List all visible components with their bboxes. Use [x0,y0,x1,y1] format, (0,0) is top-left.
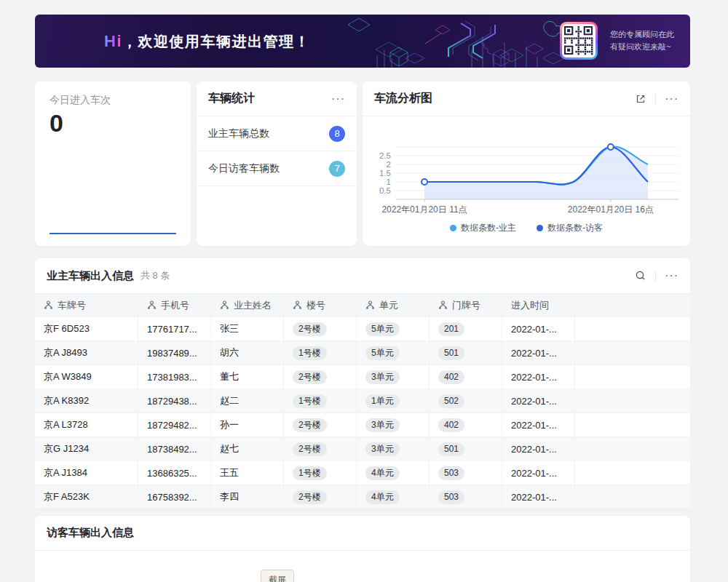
cell-unit[interactable]: 3单元 [357,437,430,461]
cell-phone[interactable]: 18729482... [138,413,211,437]
cell-time[interactable]: 2022-01-... [502,413,575,437]
cell-time[interactable]: 2022-01-... [502,437,575,461]
column-header[interactable]: 门牌号 [430,293,502,317]
cell-unit[interactable]: 3单元 [357,413,430,437]
field-type-icon [147,300,157,310]
table-row[interactable]: 京G J123418738492...赵七2号楼3单元5012022-01-..… [35,437,690,461]
column-header[interactable]: 进入时间 [502,293,575,317]
cell-name[interactable]: 孙一 [211,413,284,437]
column-header[interactable]: 车牌号 [35,293,138,317]
cell-unit[interactable]: 4单元 [357,485,430,509]
cell-unit[interactable]: 5单元 [357,341,430,365]
cell-building[interactable]: 2号楼 [284,437,357,461]
legend-item[interactable]: 数据条数-访客 [537,222,603,234]
cell-time[interactable]: 2022-01-... [502,485,575,509]
cell-name[interactable]: 张三 [211,317,284,341]
traffic-chart: 0.511.522.52022年01月20日 11点2022年01月20日 16… [363,121,690,219]
cell-plate[interactable]: 京G J1234 [35,437,138,461]
cell-door[interactable]: 502 [430,389,502,413]
cell-unit[interactable]: 1单元 [357,389,430,413]
export-icon[interactable] [635,93,646,105]
cell-door[interactable]: 501 [430,341,502,365]
cell-name[interactable]: 王五 [211,461,284,485]
tag-pill: 402 [438,418,464,432]
visitor-table-card: 访客车辆出入信息 截屏 [35,516,690,582]
cell-phone[interactable]: 19837489... [138,341,211,365]
cell-building[interactable]: 1号楼 [284,389,357,413]
cell-plate[interactable]: 京A W3849 [35,365,138,389]
cell-building[interactable]: 2号楼 [284,317,357,341]
tag-pill: 501 [438,346,464,360]
search-icon[interactable] [635,270,646,282]
vehicle-stat-item[interactable]: 今日访客车辆数7 [197,151,357,186]
cell-plate[interactable]: 京A K8392 [35,389,138,413]
cell-empty [575,365,690,389]
cell-door[interactable]: 402 [430,365,502,389]
cell-phone[interactable]: 17761717... [138,317,211,341]
cell-plate[interactable]: 京A L3728 [35,413,138,437]
cell-plate[interactable]: 京F A523K [35,485,138,509]
more-icon[interactable]: ··· [665,270,678,282]
cell-time[interactable]: 2022-01-... [502,365,575,389]
vehicle-stat-item[interactable]: 业主车辆总数8 [197,116,357,151]
cell-plate[interactable]: 京F 6D523 [35,317,138,341]
cell-building[interactable]: 1号楼 [284,461,357,485]
cell-time[interactable]: 2022-01-... [502,461,575,485]
table-row[interactable]: 京A K839218729438...赵二1号楼1单元5022022-01-..… [35,389,690,413]
more-icon[interactable]: ··· [665,93,678,105]
table-row[interactable]: 京A W384917381983...董七2号楼3单元4022022-01-..… [35,365,690,389]
cell-time[interactable]: 2022-01-... [502,341,575,365]
cell-phone[interactable]: 16758392... [138,485,211,509]
more-icon[interactable]: ··· [331,93,345,105]
cell-name[interactable]: 赵二 [211,389,284,413]
vehicle-stats-header: 车辆统计 ··· [197,81,357,116]
screenshot-button[interactable]: 截屏 [261,570,294,582]
cell-building[interactable]: 1号楼 [284,341,357,365]
cell-door[interactable]: 501 [430,437,502,461]
cell-time[interactable]: 2022-01-... [502,389,575,413]
qr-caption-line1: 您的专属顾问在此 [610,28,674,41]
table-row[interactable]: 京A J849319837489...胡六1号楼5单元5012022-01-..… [35,341,690,365]
cell-phone[interactable]: 17381983... [138,365,211,389]
cell-door[interactable]: 201 [430,317,502,341]
cell-phone[interactable]: 18738492... [138,437,211,461]
cell-building[interactable]: 2号楼 [284,365,357,389]
cell-phone[interactable]: 18729438... [138,389,211,413]
column-header[interactable]: 楼号 [284,293,357,317]
cell-name[interactable]: 胡六 [211,341,284,365]
cell-name[interactable]: 李四 [211,485,284,509]
cell-door[interactable]: 503 [430,461,502,485]
cell-unit[interactable]: 3单元 [357,365,430,389]
column-header[interactable]: 单元 [357,293,430,317]
legend-item[interactable]: 数据条数-业主 [450,222,516,234]
cell-door[interactable]: 402 [430,413,502,437]
cell-door[interactable]: 503 [430,485,502,509]
column-header[interactable]: 手机号 [138,293,211,317]
cell-building[interactable]: 2号楼 [284,485,357,509]
column-header-empty [575,293,690,317]
cell-unit[interactable]: 5单元 [357,317,430,341]
tag-pill: 201 [438,322,464,336]
table-row[interactable]: 京A J138413686325...王五1号楼4单元5032022-01-..… [35,461,690,485]
cell-time[interactable]: 2022-01-... [502,317,575,341]
tag-pill: 402 [438,370,464,384]
cell-plate[interactable]: 京A J8493 [35,341,138,365]
cell-name[interactable]: 赵七 [211,437,284,461]
tag-pill: 5单元 [365,322,400,336]
traffic-chart-card: 车流分析图 ··· 0.511.522.52022年01月 [363,81,690,246]
field-type-icon [293,300,302,310]
cell-unit[interactable]: 4单元 [357,461,430,485]
tag-pill: 2号楼 [293,490,327,504]
owner-table-header: 业主车辆出入信息 共 8 条 ··· [35,258,690,293]
cell-plate[interactable]: 京A J1384 [35,461,138,485]
table-row[interactable]: 京F 6D52317761717...张三2号楼5单元2012022-01-..… [35,317,690,341]
cell-building[interactable]: 2号楼 [284,413,357,437]
tag-pill: 501 [438,442,464,456]
table-row[interactable]: 京A L372818729482...孙一2号楼3单元4022022-01-..… [35,413,690,437]
table-row[interactable]: 京F A523K16758392...李四2号楼4单元5032022-01-..… [35,485,690,509]
visitor-table-header: 访客车辆出入信息 [35,516,690,551]
column-header[interactable]: 业主姓名 [211,293,284,317]
cell-name[interactable]: 董七 [211,365,284,389]
cell-phone[interactable]: 13686325... [138,461,211,485]
tag-pill: 5单元 [365,346,400,360]
